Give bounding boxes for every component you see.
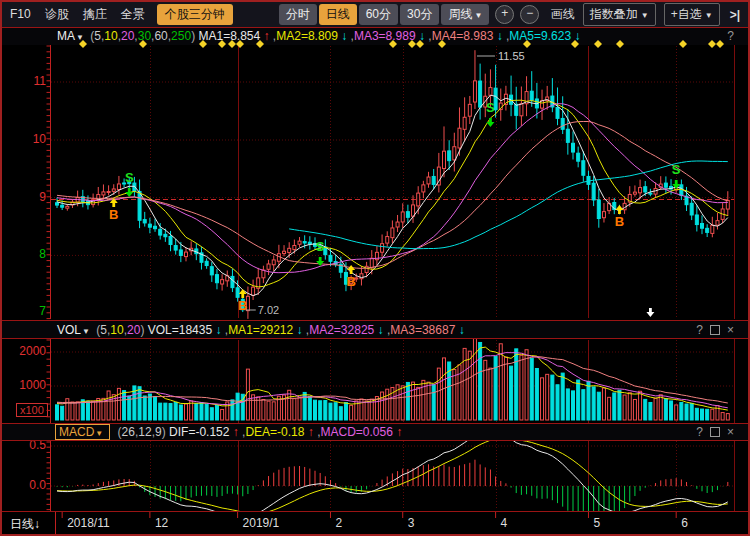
- date-label: 2019/1: [243, 516, 280, 530]
- close-icon[interactable]: ×: [727, 323, 734, 337]
- chevron-down-icon: ▼: [95, 429, 103, 438]
- help-icon[interactable]: ?: [696, 323, 703, 337]
- param-20: 20: [121, 29, 134, 43]
- toolbar-item-0[interactable]: F10: [10, 7, 31, 21]
- toolbar-right-group: 画线 指数叠加▼ +自选▼ >|: [543, 3, 748, 26]
- stock-3min-button[interactable]: 个股三分钟: [157, 4, 233, 25]
- help-icon[interactable]: ?: [727, 29, 734, 43]
- toolbar-item-2[interactable]: 擒庄: [83, 7, 107, 21]
- date-label: 2: [335, 516, 342, 530]
- chevron-down-icon: ▼: [82, 327, 90, 336]
- axis-tick-label: 8: [0, 247, 46, 261]
- indicator-value: MA3=38687: [390, 323, 458, 337]
- date-label: 12: [155, 516, 168, 530]
- param-30: 30: [138, 29, 151, 43]
- period-分时[interactable]: 分时: [279, 4, 317, 25]
- date-label: 6: [681, 516, 688, 530]
- volume-indicator-row: VOL▼ (5,10,20) VOL=18435 ↓ ,MA1=29212 ↓ …: [2, 321, 748, 338]
- indicator-value: MA5=9.623: [509, 29, 574, 43]
- param-60: 60: [154, 29, 167, 43]
- param-9: 9: [155, 425, 162, 439]
- maximize-icon[interactable]: [710, 325, 720, 335]
- indicator-value: DIF=-0.152: [169, 425, 233, 439]
- param-5: 5: [94, 29, 101, 43]
- param-26: 26: [122, 425, 135, 439]
- close-icon[interactable]: ×: [727, 425, 734, 439]
- stock-chart-window: F10诊股擒庄全景 个股三分钟 分时日线60分30分周线▼ + − 画线 指数叠…: [0, 0, 750, 536]
- chevron-down-icon: ▼: [705, 11, 713, 20]
- indicator-value: MA2=8.809: [276, 29, 341, 43]
- date-label: 3: [408, 516, 415, 530]
- main-price-chart[interactable]: [51, 46, 734, 318]
- period-selector: 分时日线60分30分周线▼: [279, 4, 490, 25]
- ma-indicator-row: MA▼ (5,10,20,30,60,250) MA1=8.854 ↑ ,MA2…: [2, 27, 748, 45]
- param-20: 20: [127, 323, 140, 337]
- macd-dropdown[interactable]: MACD▼: [55, 424, 110, 440]
- top-toolbar: F10诊股擒庄全景 个股三分钟 分时日线60分30分周线▼ + − 画线 指数叠…: [2, 2, 748, 27]
- date-label: 5: [593, 516, 600, 530]
- trend-up-icon: ↑: [396, 425, 402, 439]
- index-overlay-dropdown[interactable]: 指数叠加▼: [583, 3, 656, 26]
- indicator-value: DEA=-0.18: [245, 425, 307, 439]
- axis-tick-label: 9: [0, 190, 46, 204]
- ma-dropdown[interactable]: MA▼: [57, 29, 87, 43]
- draw-line-button[interactable]: 画线: [551, 6, 575, 23]
- axis-tick-label: 1000: [0, 378, 46, 392]
- macd-indicator-row: MACD▼ (26,12,9) DIF=-0.152 ↑ ,DEA=-0.18 …: [2, 424, 748, 440]
- indicator-value: MA4=8.983: [432, 29, 497, 43]
- vol-dropdown[interactable]: VOL▼: [57, 323, 93, 337]
- indicator-value: VOL=18435: [148, 323, 216, 337]
- indicator-value: MA2=32825: [309, 323, 377, 337]
- param-10: 10: [104, 29, 117, 43]
- chevron-down-icon: ▼: [474, 11, 482, 20]
- arrow-down-icon: ↓: [34, 517, 40, 531]
- macd-chart[interactable]: [51, 441, 734, 511]
- period-日线[interactable]: 日线: [319, 4, 357, 25]
- volume-unit-label: x100: [16, 403, 48, 417]
- toolbar-item-3[interactable]: 全景: [121, 7, 145, 21]
- trend-down-icon: ↓: [459, 323, 465, 337]
- axis-tick-label: 10: [0, 132, 46, 146]
- period-周线[interactable]: 周线▼: [441, 4, 489, 25]
- trend-down-icon: ↓: [574, 29, 580, 43]
- date-label: 2018/11: [67, 516, 110, 530]
- axis-tick-label: 7: [0, 304, 46, 318]
- period-indicator[interactable]: 日线↓: [10, 516, 40, 533]
- toolbar-left-group: F10诊股擒庄全景: [2, 6, 145, 23]
- indicator-value: MA1=8.854: [198, 29, 263, 43]
- param-5: 5: [100, 323, 107, 337]
- indicator-value: MA3=8.989: [354, 29, 419, 43]
- add-watchlist-dropdown[interactable]: +自选▼: [664, 3, 720, 26]
- toolbar-item-1[interactable]: 诊股: [45, 7, 69, 21]
- help-icon[interactable]: ?: [696, 425, 703, 439]
- period-60分[interactable]: 60分: [359, 4, 398, 25]
- axis-tick-label: 0.0: [0, 478, 46, 492]
- chevron-down-icon: ▼: [76, 33, 84, 42]
- chevron-down-icon: ▼: [641, 11, 649, 20]
- param-10: 10: [110, 323, 123, 337]
- period-30分[interactable]: 30分: [400, 4, 439, 25]
- axis-tick-label: 0.5: [0, 438, 46, 452]
- indicator-value: MA1=29212: [228, 323, 296, 337]
- axis-tick-label: 11: [0, 74, 46, 88]
- maximize-icon[interactable]: [710, 427, 720, 437]
- zoom-in-button[interactable]: +: [495, 5, 514, 24]
- zoom-out-button[interactable]: −: [520, 5, 539, 24]
- volume-chart[interactable]: [51, 340, 734, 423]
- param-12: 12: [138, 425, 151, 439]
- axis-tick-label: 2000: [0, 344, 46, 358]
- param-250: 250: [171, 29, 191, 43]
- time-axis-bar: 日线↓ 2018/11122019/123456: [2, 512, 748, 534]
- indicator-value: MACD=0.056: [320, 425, 396, 439]
- date-label: 4: [501, 516, 508, 530]
- collapse-panel-icon[interactable]: >|: [730, 8, 740, 22]
